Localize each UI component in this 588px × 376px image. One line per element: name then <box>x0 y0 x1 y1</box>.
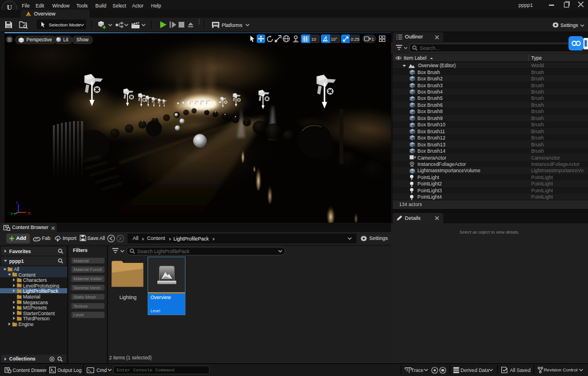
svg-text:X: X <box>28 211 31 216</box>
svg-text:z: z <box>16 200 18 204</box>
svg-text:Y: Y <box>10 212 13 216</box>
